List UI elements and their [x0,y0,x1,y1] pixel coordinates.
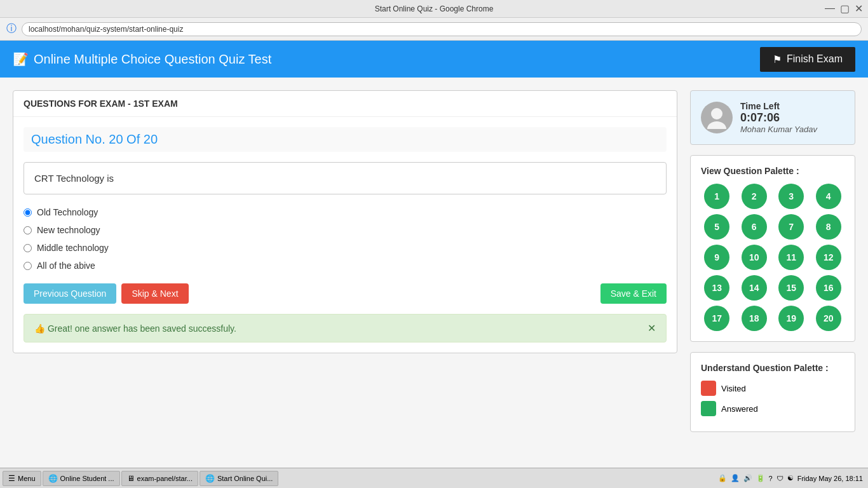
option-4-radio[interactable] [24,262,32,270]
option-3-label[interactable]: Middle technology [37,243,109,253]
app-title-text: Online Multiple Choice Question Quiz Tes… [34,52,271,67]
option-3-radio[interactable] [24,244,32,252]
palette-number-19[interactable]: 19 [778,306,804,331]
timer-info: Time Left 0:07:06 Mohan Kumar Yadav [740,101,817,134]
right-panel: Time Left 0:07:06 Mohan Kumar Yadav View… [690,90,855,432]
book-icon: 📝 [13,51,29,67]
action-buttons-row: Previous Question Skip & Next Save & Exi… [24,283,667,304]
finish-exam-button[interactable]: ⚑ Finish Exam [760,47,855,72]
browser-addressbar: ⓘ localhost/mohan/quiz-system/start-onli… [0,18,868,41]
window-controls[interactable]: — ▢ ✕ [825,3,863,15]
palette-number-17[interactable]: 17 [704,306,729,331]
success-alert: 👍 Great! one answer has been saved succe… [24,314,667,342]
palette-title: View Question Palette : [701,166,844,176]
exam-name: 1ST EXAM [133,98,178,109]
browser-title: Start Online Quiz - Google Chrome [375,4,494,13]
exam-header: QUESTIONS FOR EXAM - 1ST EXAM [13,91,677,117]
flag-icon: ⚑ [773,53,782,65]
palette-number-2[interactable]: 2 [742,184,767,209]
option-2-label[interactable]: New technology [37,225,100,235]
minimize-button[interactable]: — [825,3,835,15]
timer-box: Time Left 0:07:06 Mohan Kumar Yadav [690,90,855,145]
palette-box: View Question Palette : 1234567891011121… [690,155,855,342]
palette-number-7[interactable]: 7 [778,214,804,240]
question-area: Question No. 20 Of 20 CRT Technology is … [13,117,677,353]
question-number: Question No. 20 Of 20 [24,127,667,152]
palette-number-13[interactable]: 13 [704,275,729,301]
palette-number-15[interactable]: 15 [778,275,804,301]
time-value: 0:07:06 [740,111,817,125]
app-header: 📝 Online Multiple Choice Question Quiz T… [0,41,868,78]
success-message: 👍 Great! one answer has been saved succe… [34,323,236,334]
option-1-radio[interactable] [24,208,32,217]
palette-number-14[interactable]: 14 [742,275,767,301]
palette-number-11[interactable]: 11 [778,245,804,270]
palette-number-4[interactable]: 4 [816,184,841,209]
skip-next-button[interactable]: Skip & Next [121,283,188,304]
questions-label: QUESTIONS FOR EXAM - [24,98,133,109]
svg-point-0 [711,108,722,119]
legend-visited: Visited [701,381,844,396]
palette-number-10[interactable]: 10 [742,245,767,270]
palette-number-9[interactable]: 9 [704,245,729,270]
url-bar[interactable]: localhost/mohan/quiz-system/start-online… [22,22,862,36]
list-item: Middle technology [24,243,667,253]
close-button[interactable]: ✕ [855,3,863,15]
avatar [701,102,733,133]
svg-point-1 [707,121,726,129]
answered-dot [701,401,716,416]
palette-number-20[interactable]: 20 [816,306,841,331]
palette-number-12[interactable]: 12 [816,245,841,270]
list-item: Old Technology [24,207,667,217]
visited-label: Visited [721,384,746,393]
close-alert-button[interactable]: ✕ [648,322,656,334]
finish-exam-label: Finish Exam [787,53,843,65]
exam-container: QUESTIONS FOR EXAM - 1ST EXAM Question N… [13,90,677,353]
maximize-button[interactable]: ▢ [840,3,850,15]
list-item: New technology [24,225,667,235]
legend-box: Understand Question Palette : Visited An… [690,352,855,432]
previous-question-button[interactable]: Previous Question [24,283,116,304]
user-name: Mohan Kumar Yadav [740,125,817,134]
answered-label: Answered [721,404,758,414]
palette-number-8[interactable]: 8 [816,214,841,240]
option-1-label[interactable]: Old Technology [37,207,98,217]
legend-answered: Answered [701,401,844,416]
palette-number-3[interactable]: 3 [778,184,804,209]
option-4-label[interactable]: All of the abive [37,261,95,271]
left-panel: QUESTIONS FOR EXAM - 1ST EXAM Question N… [13,90,677,432]
palette-number-6[interactable]: 6 [742,214,767,240]
palette-number-16[interactable]: 16 [816,275,841,301]
left-buttons: Previous Question Skip & Next [24,283,189,304]
palette-number-18[interactable]: 18 [742,306,767,331]
main-content: QUESTIONS FOR EXAM - 1ST EXAM Question N… [0,78,868,445]
save-exit-button[interactable]: Save & Exit [600,283,667,304]
question-text: CRT Technology is [24,162,667,194]
visited-dot [701,381,716,396]
security-icon: ⓘ [6,22,17,36]
palette-grid: 1234567891011121314151617181920 [701,184,844,331]
options-list: Old Technology New technology Middle tec… [24,207,667,271]
time-left-label: Time Left [740,101,817,111]
app-title: 📝 Online Multiple Choice Question Quiz T… [13,51,271,67]
palette-number-1[interactable]: 1 [704,184,729,209]
browser-titlebar: Start Online Quiz - Google Chrome — ▢ ✕ [0,0,868,18]
palette-number-5[interactable]: 5 [704,214,729,240]
list-item: All of the abive [24,261,667,271]
legend-title: Understand Question Palette : [701,363,844,373]
option-2-radio[interactable] [24,226,32,234]
